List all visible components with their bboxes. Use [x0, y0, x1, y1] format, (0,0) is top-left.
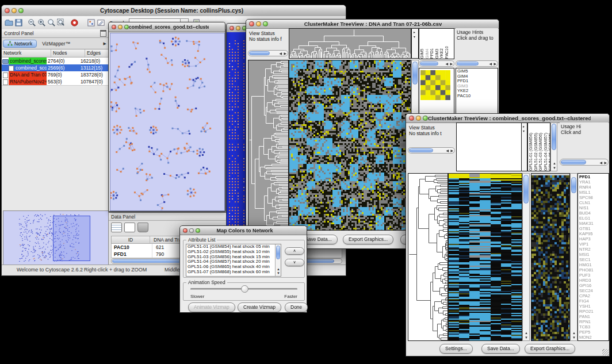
tv2-row-dendrogram[interactable]	[408, 174, 447, 340]
close-icon[interactable]	[230, 26, 234, 30]
zoom-in-icon[interactable]	[37, 18, 47, 28]
scroll-right-icon[interactable]: ▶	[494, 62, 496, 66]
scroll-down-icon[interactable]: ▼	[525, 336, 528, 339]
scroll-right-icon[interactable]: ▶	[604, 161, 607, 164]
tv2-collabel-vscrollbar[interactable]: ▲ ▼	[550, 122, 557, 171]
network-tree-row[interactable]: combined_scores2764(0)16218(0)	[2, 58, 109, 64]
tv1-column-dendrogram[interactable]	[289, 29, 411, 58]
treeview2-titlebar[interactable]: ClusterMaker TreeView : combined_scores_…	[406, 114, 609, 123]
float-panel-icon[interactable]	[100, 30, 106, 37]
done-button[interactable]: Done	[285, 302, 308, 312]
scroll-thumb[interactable]	[552, 124, 556, 150]
move-up-button[interactable]: ∧	[285, 247, 304, 255]
attribute-list-item[interactable]: GPL51-07 (GSM868) heat shock 60 min	[186, 270, 275, 275]
scroll-down-icon[interactable]: ▼	[572, 336, 576, 339]
tv2-strip-down-icon[interactable]: ▾	[523, 129, 525, 133]
animate-vizmap-button[interactable]: Animate Vizmap	[188, 302, 235, 312]
tab-vizmapper[interactable]: VizMapper™	[37, 40, 75, 47]
scroll-thumb[interactable]	[249, 51, 270, 55]
minimize-icon[interactable]	[12, 8, 17, 13]
close-icon[interactable]	[5, 8, 10, 13]
minimize-icon[interactable]	[236, 26, 240, 30]
tv1-heatmap[interactable]	[289, 60, 411, 230]
maximize-icon[interactable]	[124, 25, 129, 29]
maximize-icon[interactable]	[423, 116, 428, 121]
scroll-thumb[interactable]	[457, 62, 479, 66]
scroll-left-icon[interactable]: ◀	[446, 149, 449, 152]
minimize-icon[interactable]	[256, 21, 261, 26]
export-graphics-button[interactable]: Export Graphics...	[343, 235, 393, 244]
scroll-up-icon[interactable]: ▲	[572, 331, 576, 335]
network-tree-row[interactable]: RNAPuberNov2+563(0)107847(0)	[2, 78, 109, 85]
tv1-viewstatus-hscrollbar[interactable]: ◀ ▶	[248, 50, 288, 56]
close-icon[interactable]	[409, 116, 414, 121]
close-icon[interactable]	[249, 21, 254, 26]
scroll-thumb[interactable]	[409, 148, 433, 152]
tv1-strip-up-icon[interactable]: ▸	[414, 30, 415, 34]
network-tree-row[interactable]: DNA and Tran 07769(0)183728(0)	[2, 71, 109, 78]
network1-titlebar[interactable]: combined_scores_good.txt--cluste...	[109, 22, 225, 32]
scroll-thumb[interactable]	[412, 62, 418, 85]
open-file-icon[interactable]	[4, 18, 14, 28]
minimize-icon[interactable]	[118, 25, 123, 29]
dialog-titlebar[interactable]: Map Colors to Network	[180, 226, 307, 235]
network1-canvas[interactable]	[110, 33, 225, 211]
close-icon[interactable]	[183, 228, 188, 233]
birdseye-view[interactable]	[3, 210, 109, 266]
close-icon[interactable]	[112, 25, 116, 29]
scroll-down-icon[interactable]: ▼	[553, 166, 556, 170]
network-tree-row[interactable]: combined_sco2569(6)13112(15)	[2, 64, 109, 71]
save-data-button[interactable]: Save Data...	[481, 344, 520, 354]
node-attribute-icon[interactable]	[86, 18, 96, 28]
col-header-network[interactable]: Network	[2, 49, 51, 57]
slider-thumb[interactable]	[241, 285, 248, 293]
zoom-selected-icon[interactable]	[47, 18, 56, 28]
export-graphics-button[interactable]: Export Graphics...	[525, 344, 575, 354]
scroll-thumb[interactable]	[420, 62, 438, 66]
move-down-button[interactable]: ∨	[285, 259, 304, 266]
tv2-cluster-heatmap[interactable]	[531, 174, 569, 340]
tv2-strip-up-icon[interactable]: ▸	[523, 125, 525, 128]
zoom-fit-icon[interactable]	[56, 18, 66, 28]
scroll-thumb[interactable]	[276, 246, 280, 259]
scroll-thumb[interactable]	[523, 175, 529, 204]
tv2-viewstatus-hscrollbar[interactable]: ◀ ▶	[408, 147, 455, 154]
main-titlebar[interactable]: Cytoscape Desktop (Session Name: collins…	[2, 5, 346, 17]
scroll-thumb[interactable]	[571, 177, 576, 193]
minimize-icon[interactable]	[416, 116, 421, 121]
help-lifering-icon[interactable]	[70, 18, 79, 28]
scroll-right-icon[interactable]: ▶	[450, 149, 453, 152]
attribute-list-vscrollbar[interactable]: ▲ ▼	[275, 244, 281, 276]
scroll-down-icon[interactable]: ▼	[277, 271, 280, 275]
resize-grip-icon[interactable]	[602, 349, 609, 355]
scroll-up-icon[interactable]: ▲	[277, 267, 280, 271]
save-icon[interactable]	[14, 18, 24, 28]
tv1-genelist-hscrollbar[interactable]: ◀ ▶	[456, 60, 498, 67]
treeview1-titlebar[interactable]: ClusterMaker TreeView : DNA and Tran 07-…	[246, 20, 499, 29]
tab-network[interactable]: Network	[3, 40, 37, 48]
scroll-up-icon[interactable]: ▲	[553, 162, 556, 165]
scroll-right-icon[interactable]: ▶	[284, 52, 286, 55]
table-grid-icon[interactable]	[111, 223, 122, 232]
new-page-icon[interactable]	[124, 223, 135, 232]
scroll-left-icon[interactable]: ◀	[489, 62, 492, 66]
tab-overflow-icon[interactable]: ▶	[104, 41, 106, 46]
birdseye-canvas[interactable]	[3, 211, 107, 264]
scroll-left-icon[interactable]: ◀	[279, 52, 282, 55]
tv2-heatmap[interactable]	[449, 174, 522, 340]
tv2-cluster-vscrollbar[interactable]: ▲ ▼	[570, 173, 577, 341]
scroll-thumb[interactable]	[561, 160, 586, 164]
trash-icon[interactable]	[137, 223, 148, 232]
settings-button[interactable]: Settings...	[439, 344, 473, 354]
col-header-edges[interactable]: Edges	[85, 49, 109, 57]
tv1-matrix-hscrollbar[interactable]: ◀ ▶	[419, 60, 454, 67]
scroll-right-icon[interactable]: ▶	[450, 62, 453, 66]
col-header-nodes[interactable]: Nodes	[51, 49, 85, 57]
create-vizmap-button[interactable]: Create Vizmap	[238, 302, 281, 312]
maximize-icon[interactable]	[18, 8, 24, 13]
minimize-icon[interactable]	[189, 228, 194, 233]
tv1-strip-down-icon[interactable]: ▾	[414, 35, 415, 39]
tv2-genelist-hscrollbar[interactable]: ◀ ▶	[560, 159, 609, 166]
data-col-id[interactable]: ID	[112, 236, 150, 243]
zoom-out-icon[interactable]	[27, 18, 37, 28]
